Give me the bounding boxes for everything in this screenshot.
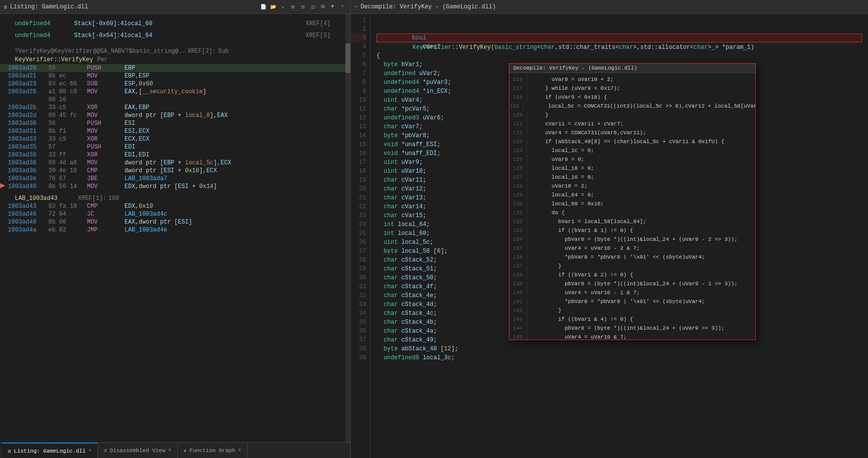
tab-listing[interactable]: ▦ Listing: GameLogic.dll × <box>2 443 98 458</box>
close-left-icon[interactable]: × <box>338 3 346 11</box>
asm-row-1003ad4a[interactable]: 1003ad4a eb 02 JMP LAB_1003ad4e <box>0 226 345 234</box>
keyverifier-label: KeyVerifier::VerifyKey Per <box>0 55 345 64</box>
left-scrollbar[interactable] <box>345 14 350 442</box>
asm-row-1003ad36[interactable]: 1003ad36 33 ff XOR EDI,EDI <box>0 151 345 159</box>
mnem-mov-2: MOV <box>83 88 123 95</box>
bytes-0810: 08 10 <box>48 96 83 103</box>
asm-row-1003ad2b[interactable]: 1003ad2b 33 c5 XOR EAX,EBP <box>0 104 345 112</box>
left-panel: ▦ Listing: GameLogic.dll 📄 📂 ↖ ⊞ ⊟ ◫ ⧉ ▼… <box>0 0 351 458</box>
asm-content[interactable]: ▶ undefined4 Stack[-0x60]:4local_60 XREF… <box>0 14 350 442</box>
addr-1003ad3b: 1003ad3b <box>4 167 48 174</box>
tab-disassembled[interactable]: ⊞ Disassembled View × <box>98 443 177 458</box>
ops-esp-60: ESP,0x60 <box>123 80 153 87</box>
linenum-6: 6 <box>351 60 366 69</box>
mnem-push-3: PUSH <box>83 144 123 151</box>
asm-row-1003ad2d[interactable]: 1003ad2d 89 45 fc MOV dword ptr [EBP + l… <box>0 112 345 119</box>
left-tab-bar: ▦ Listing: GameLogic.dll × ⊞ Disassemble… <box>0 442 350 458</box>
asm-row-1003ad23[interactable]: 1003ad23 83 ec 60 SUB ESP,0x60 <box>0 80 345 88</box>
xref-label: XREF[2]: <box>188 48 216 55</box>
bytes-83fa10: 83 fa 10 <box>48 203 83 210</box>
linenum-10: 10 <box>351 96 366 105</box>
ops-lab-ada7: LAB_1003ada7 <box>123 175 167 182</box>
asm-row-1003ad20[interactable]: 1003ad20 55 PUSH EBP <box>0 64 345 72</box>
asm-row-1003ad43[interactable]: 1003ad43 83 fa 10 CMP EDX,0x10 <box>0 202 345 210</box>
layout1-icon[interactable]: ⊞ <box>289 3 297 11</box>
tab-function-graph-close[interactable]: × <box>238 448 241 453</box>
popup-code-124: local_1c = 0; <box>527 146 594 155</box>
right-code-content[interactable]: 1 2 3 4 5 6 7 8 9 10 11 12 13 14 15 16 1… <box>351 14 868 458</box>
asm-row-1003ad40[interactable]: 1003ad40 8b 56 14 MOV EDX,dword ptr [ESI… <box>0 183 345 191</box>
asm-row-1003ad38[interactable]: 1003ad38 89 4d a8 MOV dword ptr [EBP + l… <box>0 159 345 167</box>
addr-1003ad2d: 1003ad2d <box>4 112 48 119</box>
tab-disassembled-close[interactable]: × <box>168 448 171 453</box>
linenum-7: 7 <box>351 69 366 78</box>
popup-linenum-131: 131 <box>509 208 527 217</box>
pointer-icon[interactable]: ↖ <box>279 3 287 11</box>
var-xref-2: XREF[3] <box>306 32 331 39</box>
code-line-1 <box>376 16 862 25</box>
scrollbar-thumb[interactable] <box>345 43 350 73</box>
linenum-3: 3 <box>351 34 366 42</box>
asm-row-1003ad30[interactable]: 1003ad30 56 PUSH ESI <box>0 119 345 127</box>
var-xref-1: XREF[4] <box>306 20 331 27</box>
bytes-394e10: 39 4e 10 <box>48 167 83 174</box>
left-panel-title: Listing: GameLogic.dll <box>10 3 88 10</box>
linenum-13: 13 <box>351 122 366 131</box>
mnem-xor-2: XOR <box>83 136 123 143</box>
tab-function-graph[interactable]: ◈ Function Graph × <box>178 443 248 458</box>
popup-code-145: uVar4 = uVar10 & 7; <box>527 333 626 340</box>
mnem-jmp: JMP <box>83 227 123 233</box>
asm-row-1003ad3b[interactable]: 1003ad3b 39 4e 10 CMP dword ptr [ESI + 0… <box>0 167 345 175</box>
asm-row-1003ad31[interactable]: 1003ad31 8b f1 MOV ESI,ECX <box>0 127 345 135</box>
linenum-15: 15 <box>351 140 366 149</box>
ops-esi-ecx: ESI,ECX <box>123 128 149 135</box>
linenum-1: 1 <box>351 16 366 25</box>
asm-row-1003ad48[interactable]: 1003ad48 8b 06 MOV EAX,dword ptr [ESI] <box>0 218 345 226</box>
popup-line-124: 124 local_1c = 0; <box>509 146 755 155</box>
capture-icon[interactable]: ◫ <box>309 3 317 11</box>
lab-1003ad43-label: LAB_1003ad43 <box>15 195 74 202</box>
menu-icon[interactable]: ▼ <box>329 3 336 11</box>
asm-row-1003ad35[interactable]: 1003ad35 57 PUSH EDI <box>0 143 345 151</box>
linenum-25: 25 <box>351 229 366 238</box>
popup-linenum-142: 142 <box>509 306 527 315</box>
new-file-icon[interactable]: 📄 <box>259 3 267 11</box>
right-titlebar: ⌨ Decompile: VerifyKey - (GameLogic.dll) <box>351 0 868 14</box>
linenum-19: 19 <box>351 176 366 185</box>
addr-1003ad23: 1003ad23 <box>4 80 48 87</box>
popup-line-122: 122 uVar4 = CONCAT31(uVar6,cVar11); <box>509 128 755 137</box>
popup-code-123: if (abStack_40[8] == (char)local_5c + cV… <box>527 137 724 146</box>
popup-code-125: uVar9 = 0; <box>527 155 584 164</box>
linenum-8: 8 <box>351 78 366 87</box>
popup-linenum-135: 135 <box>509 244 527 253</box>
linenum-21: 21 <box>351 193 366 202</box>
float-popup[interactable]: Decompile: VerifyKey - (GameLogic.dll) 1… <box>509 63 756 340</box>
linenum-35: 35 <box>351 318 366 327</box>
linenum-9: 9 <box>351 87 366 96</box>
tab-listing-close[interactable]: × <box>88 448 91 454</box>
bytes-8bf1: 8b f1 <box>48 128 83 135</box>
asm-row-1003ad33[interactable]: 1003ad33 33 c9 XOR ECX,ECX <box>0 135 345 143</box>
asm-row-1003ad26[interactable]: 1003ad26 a1 00 c0 MOV EAX,[__security_co… <box>0 88 345 96</box>
ops-ebp-esp: EBP,ESP <box>123 73 149 79</box>
asm-row-1003ad3e[interactable]: 1003ad3e 76 67 JBE LAB_1003ada7 <box>0 175 345 183</box>
popup-linenum-145: 145 <box>509 333 527 340</box>
ops-dword-local5c: dword ptr [EBP + local_5c],ECX <box>123 159 231 166</box>
ops-edi-edi: EDI,EDI <box>123 152 149 158</box>
popup-code-128: uVar10 = 2; <box>527 182 587 191</box>
layout2-icon[interactable]: ⊟ <box>299 3 307 11</box>
float-popup-content[interactable]: 116 uVar9 = uVar10 + 2; 117 } while (uVa… <box>509 73 755 340</box>
bytes-8b06: 8b 06 <box>48 219 83 226</box>
popup-line-140: 140 uVar4 = uVar10 - 1 & 7; <box>509 288 755 297</box>
split-icon[interactable]: ⧉ <box>319 3 327 11</box>
addr-1003ad26: 1003ad26 <box>4 88 48 95</box>
linenum-33: 33 <box>351 300 366 309</box>
asm-row-1003ad21[interactable]: 1003ad21 8b ec MOV EBP,ESP <box>0 72 345 80</box>
open-file-icon[interactable]: 📂 <box>269 3 277 11</box>
mnem-mov-1: MOV <box>83 73 123 79</box>
popup-line-141: 141 *pbVar8 = *pbVar8 | '\x01' << (sbyte… <box>509 297 755 306</box>
asm-row-1003ad46[interactable]: 1003ad46 72 04 JC LAB_1003ad4c <box>0 210 345 218</box>
mnem-push-2: PUSH <box>83 120 123 127</box>
code-line-5: { <box>376 51 862 60</box>
popup-code-135: uVar4 = uVar10 - 2 & 7; <box>527 244 640 253</box>
